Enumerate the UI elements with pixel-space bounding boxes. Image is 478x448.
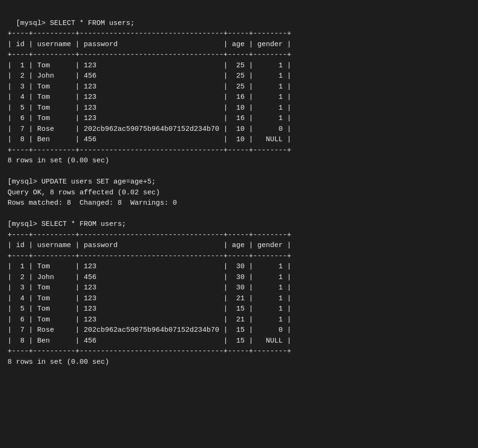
terminal-text: [mysql> SELECT * FROM users; +----+-----… bbox=[8, 19, 291, 366]
terminal-output: [mysql> SELECT * FROM users; +----+-----… bbox=[8, 8, 470, 368]
